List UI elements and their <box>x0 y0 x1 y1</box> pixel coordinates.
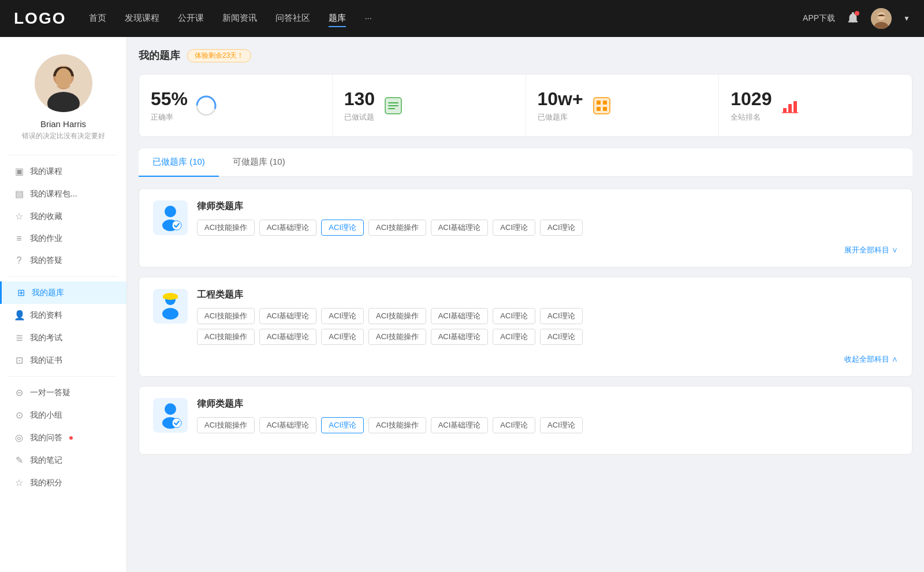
expand-link-1[interactable]: 展开全部科目 ∨ <box>844 245 898 255</box>
ltag2-0[interactable]: ACI技能操作 <box>197 417 255 433</box>
notes-icon: ✎ <box>14 455 24 466</box>
qbank-card-1-title: 律师类题库 <box>197 200 898 213</box>
tag-0[interactable]: ACI技能操作 <box>197 220 255 236</box>
tag-1[interactable]: ACI基础理论 <box>259 220 317 236</box>
app-download-button[interactable]: APP下载 <box>803 13 835 24</box>
sidebar-item-notes[interactable]: ✎ 我的笔记 <box>0 449 126 471</box>
sidebar-item-exam[interactable]: ≣ 我的考试 <box>0 326 126 349</box>
nav-discover[interactable]: 发现课程 <box>125 10 159 27</box>
collapse-link-2[interactable]: 收起全部科目 ∧ <box>844 354 898 365</box>
svg-rect-23 <box>793 101 797 113</box>
nav-news[interactable]: 新闻资讯 <box>222 10 257 27</box>
sidebar-item-certificate[interactable]: ⊡ 我的证书 <box>0 349 126 372</box>
sidebar-label-homework: 我的作业 <box>30 233 62 244</box>
svg-rect-17 <box>597 101 601 105</box>
qbank-card-3-header: 律师类题库 ACI技能操作 ACI基础理论 ACI理论 ACI技能操作 ACI基… <box>153 398 898 433</box>
navbar: LOGO 首页 发现课程 公开课 新闻资讯 问答社区 题库 ··· APP下载 … <box>0 0 924 37</box>
main-layout: Brian Harris 错误的决定比没有决定要好 ▣ 我的课程 ▤ 我的课程包… <box>0 37 924 572</box>
qbank-card-2-header: 工程类题库 ACI技能操作 ACI基础理论 ACI理论 ACI技能操作 ACI基… <box>153 289 898 345</box>
sidebar-item-favorites[interactable]: ☆ 我的收藏 <box>0 205 126 228</box>
qbank-card-3-tags: ACI技能操作 ACI基础理论 ACI理论 ACI技能操作 ACI基础理论 AC… <box>197 417 898 433</box>
qbank-card-2-footer: 收起全部科目 ∧ <box>153 354 898 365</box>
etag-7[interactable]: ACI技能操作 <box>197 329 255 345</box>
tag-4[interactable]: ACI基础理论 <box>431 220 489 236</box>
sidebar-item-questions[interactable]: ? 我的答疑 <box>0 250 126 272</box>
sidebar-item-tutoring[interactable]: ⊝ 一对一答疑 <box>0 381 126 404</box>
stat-questions-text: 130 已做试题 <box>344 88 375 122</box>
etag-1[interactable]: ACI基础理论 <box>259 308 317 324</box>
svg-point-6 <box>55 68 72 89</box>
tag-3[interactable]: ACI技能操作 <box>368 220 426 236</box>
sidebar-item-points[interactable]: ☆ 我的积分 <box>0 471 126 494</box>
etag-3[interactable]: ACI技能操作 <box>368 308 426 324</box>
nav-home[interactable]: 首页 <box>89 10 106 27</box>
ltag2-6[interactable]: ACI理论 <box>540 417 583 433</box>
etag-5[interactable]: ACI理论 <box>493 308 535 324</box>
tab-done-banks[interactable]: 已做题库 (10) <box>139 148 219 177</box>
sidebar-label-profile: 我的资料 <box>30 310 62 321</box>
page-title: 我的题库 <box>139 49 180 62</box>
svg-point-32 <box>165 403 176 415</box>
etag-11[interactable]: ACI基础理论 <box>431 329 489 345</box>
tutoring-icon: ⊝ <box>14 387 24 398</box>
etag-8[interactable]: ACI基础理论 <box>259 329 317 345</box>
sidebar-item-group[interactable]: ⊙ 我的小组 <box>0 404 126 426</box>
tab-available-banks[interactable]: 可做题库 (10) <box>219 148 299 177</box>
ltag2-4[interactable]: ACI基础理论 <box>431 417 489 433</box>
sidebar-item-profile[interactable]: 👤 我的资料 <box>0 304 126 326</box>
lawyer-figure-icon <box>156 203 185 232</box>
etag-10[interactable]: ACI技能操作 <box>368 329 426 345</box>
ltag2-5[interactable]: ACI理论 <box>493 417 535 433</box>
stat-banks-icon <box>590 94 613 117</box>
main-content: 我的题库 体验剩余23天！ 55% 正确率 <box>127 37 924 572</box>
sidebar-item-mycourse[interactable]: ▣ 我的课程 <box>0 160 126 183</box>
navbar-menu: 首页 发现课程 公开课 新闻资讯 问答社区 题库 ··· <box>89 10 803 27</box>
sidebar-divider-2 <box>9 276 117 277</box>
etag-2[interactable]: ACI理论 <box>321 308 364 324</box>
notification-bell[interactable] <box>847 11 859 26</box>
sidebar-item-myqa[interactable]: ◎ 我的问答 <box>0 426 126 449</box>
qbank-card-1-footer: 展开全部科目 ∨ <box>153 245 898 255</box>
stat-ranking-value: 1029 <box>731 88 772 110</box>
nav-more[interactable]: ··· <box>364 10 372 27</box>
sidebar-user-name: Brian Harris <box>40 119 86 129</box>
page-header: 我的题库 体验剩余23天！ <box>139 49 912 62</box>
svg-rect-18 <box>603 101 607 105</box>
svg-rect-31 <box>163 296 178 299</box>
etag-4[interactable]: ACI基础理论 <box>431 308 489 324</box>
avatar-image <box>871 8 892 29</box>
ltag2-2[interactable]: ACI理论 <box>321 417 364 433</box>
tag-6[interactable]: ACI理论 <box>540 220 583 236</box>
qbank-card-2-tags-row1: ACI技能操作 ACI基础理论 ACI理论 ACI技能操作 ACI基础理论 AC… <box>197 308 898 324</box>
tag-2[interactable]: ACI理论 <box>321 220 364 236</box>
etag-9[interactable]: ACI理论 <box>321 329 364 345</box>
etag-0[interactable]: ACI技能操作 <box>197 308 255 324</box>
trial-badge: 体验剩余23天！ <box>187 49 251 62</box>
grid-icon <box>591 95 612 116</box>
etag-12[interactable]: ACI理论 <box>493 329 535 345</box>
sidebar-item-homework[interactable]: ≡ 我的作业 <box>0 228 126 250</box>
pie-chart-icon <box>196 95 217 116</box>
user-dropdown-icon[interactable]: ▼ <box>903 14 910 23</box>
tag-5[interactable]: ACI理论 <box>493 220 535 236</box>
sidebar-item-qbank[interactable]: ⊞ 我的题库 <box>0 281 126 304</box>
user-avatar[interactable] <box>871 8 892 29</box>
qbank-card-2-title: 工程类题库 <box>197 289 898 301</box>
list-icon <box>383 95 404 116</box>
engineer-figure-icon <box>156 292 185 321</box>
profile-icon: 👤 <box>14 310 24 321</box>
exam-icon: ≣ <box>14 332 24 343</box>
sidebar-label-coursepack: 我的课程包... <box>30 189 77 199</box>
nav-qa[interactable]: 问答社区 <box>275 10 310 27</box>
nav-opencourse[interactable]: 公开课 <box>178 10 204 27</box>
nav-qbank[interactable]: 题库 <box>329 10 346 27</box>
star-icon: ☆ <box>14 211 24 222</box>
etag-13[interactable]: ACI理论 <box>540 329 583 345</box>
etag-6[interactable]: ACI理论 <box>540 308 583 324</box>
ltag2-3[interactable]: ACI技能操作 <box>368 417 426 433</box>
sidebar: Brian Harris 错误的决定比没有决定要好 ▣ 我的课程 ▤ 我的课程包… <box>0 37 127 572</box>
ltag2-1[interactable]: ACI基础理论 <box>259 417 317 433</box>
stat-questions-label: 已做试题 <box>344 112 375 122</box>
sidebar-item-coursepack[interactable]: ▤ 我的课程包... <box>0 183 126 205</box>
stat-banks-text: 10w+ 已做题库 <box>538 88 583 122</box>
